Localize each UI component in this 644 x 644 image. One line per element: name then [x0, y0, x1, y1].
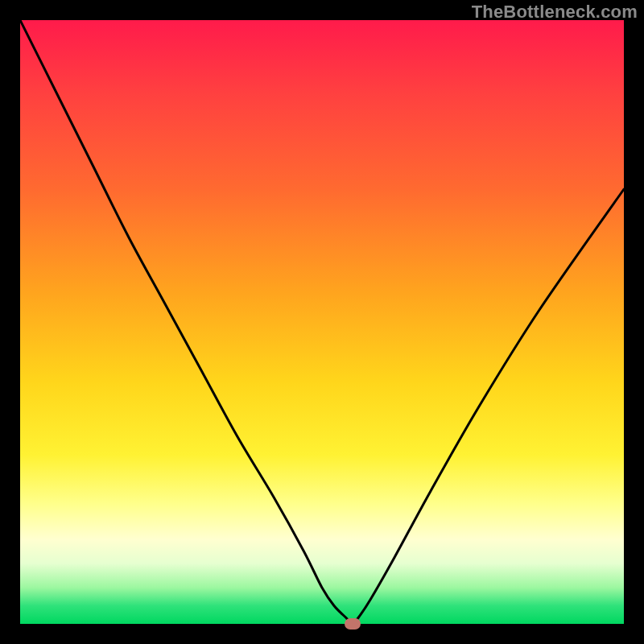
optimal-point-marker [345, 618, 361, 630]
plot-area [20, 20, 624, 624]
chart-frame: TheBottleneck.com [0, 0, 644, 644]
bottleneck-curve [20, 20, 624, 624]
